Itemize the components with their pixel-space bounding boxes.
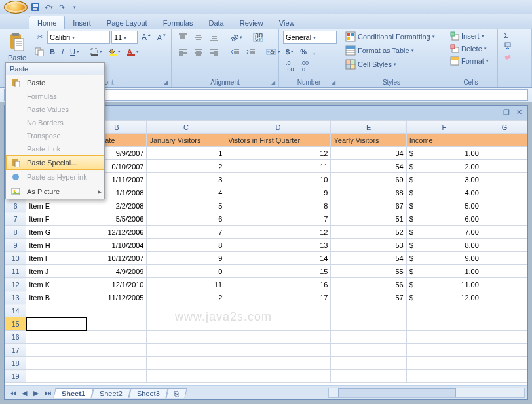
decrease-indent-icon[interactable] — [228, 47, 242, 57]
row-header-12[interactable]: 12 — [5, 278, 26, 291]
cell[interactable] — [147, 317, 225, 331]
insert-cells-button[interactable]: Insert▾ — [448, 30, 486, 42]
cell[interactable] — [331, 304, 406, 317]
col-header-F[interactable]: F — [406, 121, 482, 134]
cell[interactable] — [406, 331, 482, 344]
row-header-17[interactable]: 17 — [5, 344, 26, 357]
cell[interactable]: 15 — [225, 265, 331, 278]
number-format-combo[interactable]: General▾ — [283, 31, 337, 44]
font-name-combo[interactable]: Calibri▾ — [47, 31, 110, 44]
shrink-font-icon[interactable]: A▾ — [155, 33, 168, 43]
col-header-D[interactable]: D — [225, 121, 331, 134]
cell[interactable]: 12/1/2010 — [86, 278, 147, 291]
cell[interactable]: 69 — [331, 173, 406, 186]
cell[interactable] — [482, 239, 527, 252]
cell[interactable] — [482, 291, 527, 304]
horizontal-scrollbar[interactable] — [328, 388, 525, 398]
insert-sheet-icon[interactable]: ⎘ — [166, 388, 187, 398]
row-header-18[interactable]: 18 — [5, 357, 26, 370]
cell[interactable] — [26, 304, 86, 317]
row-header-19[interactable]: 19 — [5, 370, 26, 383]
cell[interactable]: $7.00 — [406, 226, 482, 239]
cell[interactable]: Item E — [26, 199, 86, 212]
cell[interactable] — [26, 317, 86, 331]
office-button[interactable] — [4, 1, 28, 14]
format-as-table-button[interactable]: Format as Table▾ — [343, 44, 416, 57]
cell[interactable] — [482, 252, 527, 265]
formula-input[interactable] — [78, 89, 528, 101]
cell[interactable] — [482, 317, 527, 331]
cell[interactable] — [225, 317, 331, 331]
cell[interactable]: 54 — [331, 252, 406, 265]
cell[interactable]: 11/12/2005 — [86, 291, 147, 304]
bold-icon[interactable]: B — [47, 47, 58, 57]
qat-customize-icon[interactable]: ▾ — [69, 2, 80, 12]
delete-cells-button[interactable]: Delete▾ — [448, 43, 489, 54]
cell[interactable] — [147, 357, 225, 370]
cell[interactable]: 3 — [147, 173, 225, 186]
cell[interactable]: 4 — [147, 186, 225, 199]
cell[interactable] — [225, 304, 331, 317]
cell[interactable]: 8 — [147, 239, 225, 252]
cell[interactable]: 10/12/2007 — [86, 252, 147, 265]
cell[interactable]: 0 — [147, 265, 225, 278]
font-color-icon[interactable]: A▾ — [124, 47, 142, 58]
cell[interactable] — [331, 317, 406, 331]
cell[interactable]: Item J — [26, 265, 86, 278]
menu-paste[interactable]: Paste — [6, 75, 104, 90]
cell[interactable] — [147, 344, 225, 357]
cell[interactable]: 9 — [225, 186, 331, 199]
cell[interactable]: 10 — [225, 173, 331, 186]
underline-icon[interactable]: U▾ — [67, 47, 82, 57]
cell[interactable] — [147, 370, 225, 383]
format-cells-button[interactable]: Format▾ — [448, 55, 491, 67]
cell[interactable] — [147, 331, 225, 344]
cell[interactable]: 5/5/2006 — [86, 212, 147, 226]
table-header-cell[interactable] — [482, 134, 527, 147]
cell[interactable]: 67 — [331, 199, 406, 212]
cell[interactable]: 55 — [331, 265, 406, 278]
comma-format-icon[interactable]: , — [311, 47, 318, 57]
wrap-text-icon[interactable]: abc — [250, 31, 266, 43]
accounting-format-icon[interactable]: $▾ — [283, 47, 296, 57]
minimize-icon[interactable]: ― — [489, 108, 497, 117]
cell[interactable]: 53 — [331, 239, 406, 252]
cell-styles-button[interactable]: Cell Styles▾ — [343, 58, 398, 71]
cell[interactable]: 2 — [147, 160, 225, 173]
cell[interactable] — [86, 304, 147, 317]
cell[interactable]: Item F — [26, 212, 86, 226]
cell[interactable]: Item B — [26, 291, 86, 304]
italic-icon[interactable]: I — [59, 47, 66, 57]
row-header-6[interactable]: 6 — [5, 199, 26, 212]
row-header-9[interactable]: 9 — [5, 239, 26, 252]
next-sheet-icon[interactable]: ▶ — [31, 388, 41, 398]
row-header-13[interactable]: 13 — [5, 291, 26, 304]
cell[interactable] — [331, 357, 406, 370]
row-header-8[interactable]: 8 — [5, 226, 26, 239]
font-size-combo[interactable]: 11▾ — [111, 31, 138, 44]
cell[interactable]: 4/9/2009 — [86, 265, 147, 278]
increase-decimal-icon[interactable]: .0.00 — [283, 58, 297, 74]
prev-sheet-icon[interactable]: ◀ — [19, 388, 29, 398]
save-icon[interactable] — [30, 2, 41, 12]
table-header-cell[interactable]: Income — [406, 134, 482, 147]
first-sheet-icon[interactable]: ⏮ — [7, 388, 18, 398]
increase-indent-icon[interactable] — [244, 47, 258, 57]
table-header-cell[interactable]: Yearly Visitors — [331, 134, 406, 147]
percent-format-icon[interactable]: % — [297, 47, 309, 57]
cell[interactable]: 68 — [331, 186, 406, 199]
cell[interactable] — [86, 370, 147, 383]
cell[interactable]: 17 — [225, 291, 331, 304]
clear-icon[interactable] — [502, 51, 514, 62]
cell[interactable] — [225, 344, 331, 357]
alignment-dialog-launcher-icon[interactable]: ◢ — [269, 78, 277, 86]
cell[interactable] — [482, 370, 527, 383]
cell[interactable] — [26, 344, 86, 357]
align-bottom-icon[interactable] — [207, 32, 221, 43]
sheet-tab-sheet3[interactable]: Sheet3 — [128, 388, 168, 398]
cell[interactable] — [482, 357, 527, 370]
grow-font-icon[interactable]: A▴ — [139, 31, 153, 43]
sheet-tab-sheet2[interactable]: Sheet2 — [91, 388, 130, 398]
cell[interactable]: 12 — [225, 147, 331, 160]
cell[interactable]: Item I — [26, 252, 86, 265]
